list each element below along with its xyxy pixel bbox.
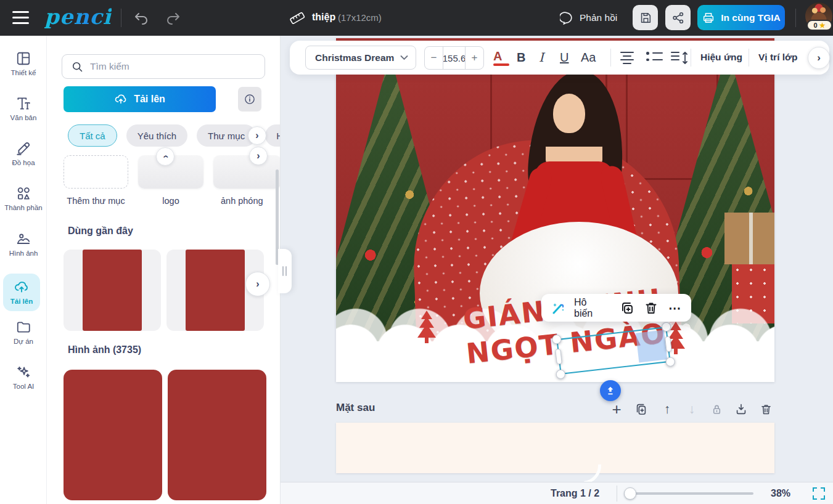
- sidebar-item-text[interactable]: Văn bản: [0, 96, 47, 121]
- resize-handle-left[interactable]: [555, 349, 562, 365]
- sidebar-item-projects[interactable]: Dự án: [0, 319, 47, 345]
- folder-label: Thêm thư mục: [64, 196, 128, 206]
- collapse-folders-button[interactable]: ›: [156, 147, 174, 166]
- save-button[interactable]: [633, 5, 658, 30]
- download-page-button[interactable]: [734, 402, 749, 417]
- layer-position-button[interactable]: Vị trí lớp: [758, 52, 798, 63]
- align-center-icon[interactable]: [620, 52, 634, 64]
- images-header: Hình ảnh (3735): [68, 344, 141, 356]
- divider: [749, 49, 749, 67]
- sidebar-item-design[interactable]: Thiết kế: [0, 51, 47, 76]
- effects-button[interactable]: Hiệu ứng: [700, 52, 742, 63]
- sidebar-item-ai-tools[interactable]: Tool AI: [0, 364, 47, 390]
- undo-icon[interactable]: [133, 10, 149, 25]
- font-family-select[interactable]: Christmas Dream: [305, 46, 416, 70]
- magic-wand-icon[interactable]: [550, 300, 566, 316]
- upload-label: Tải lên: [134, 94, 165, 105]
- credit-count: 0: [814, 22, 818, 29]
- duplicate-icon[interactable]: [619, 300, 635, 316]
- share-button[interactable]: [665, 5, 691, 30]
- zoom-level[interactable]: 38%: [771, 488, 790, 499]
- toolbar-scroll-right-button[interactable]: ›: [808, 47, 830, 69]
- move-page-down-button[interactable]: ↓: [684, 402, 699, 417]
- sidebar-item-photos[interactable]: Hình ảnh: [0, 231, 47, 257]
- add-folder-card[interactable]: [64, 155, 128, 189]
- sidebar-item-graphics[interactable]: Đồ họa: [0, 140, 47, 166]
- ruler-icon: [289, 9, 306, 26]
- decrease-font-size-button[interactable]: −: [425, 47, 443, 69]
- bullet-list-icon[interactable]: [646, 52, 663, 61]
- recent-scroll-right-button[interactable]: ›: [245, 272, 270, 296]
- print-label: In cùng TGIA: [721, 12, 780, 23]
- backside-label: Mặt sau: [336, 402, 375, 414]
- app-logo: penci: [44, 4, 112, 29]
- recent-image-thumbnail[interactable]: [186, 250, 245, 331]
- pen-icon: [15, 140, 31, 156]
- feedback-button[interactable]: Phản hồi: [560, 9, 617, 26]
- chevron-down-icon: [400, 55, 408, 60]
- move-element-handle[interactable]: [600, 380, 621, 401]
- search-input[interactable]: [90, 61, 244, 72]
- zoom-slider-knob[interactable]: [624, 487, 636, 500]
- folder-card-photos[interactable]: [213, 155, 281, 189]
- chip-favorites[interactable]: Yêu thích: [126, 124, 187, 147]
- gift-box: [724, 213, 774, 264]
- element-context-toolbar: Hô biến ⋯: [541, 294, 691, 322]
- italic-button[interactable]: I: [539, 49, 544, 66]
- magic-label[interactable]: Hô biến: [574, 297, 607, 319]
- redo-icon[interactable]: [165, 10, 181, 25]
- search-box[interactable]: [62, 54, 265, 79]
- add-page-button[interactable]: +: [609, 402, 624, 417]
- library-image-thumbnail[interactable]: [64, 370, 162, 500]
- divider: [617, 486, 617, 502]
- fullscreen-icon[interactable]: [813, 487, 825, 500]
- trash-icon[interactable]: [643, 300, 659, 316]
- chip-all[interactable]: Tất cả: [68, 124, 117, 147]
- delete-page-button[interactable]: [758, 402, 773, 417]
- move-page-up-button[interactable]: ↑: [660, 402, 675, 417]
- sidebar-item-uploads[interactable]: Tải lên: [3, 274, 40, 311]
- upload-cloud-icon: [14, 279, 30, 295]
- recent-image-card[interactable]: [64, 250, 161, 331]
- info-button[interactable]: [238, 87, 261, 112]
- lock-page-button[interactable]: [709, 402, 724, 417]
- underline-button[interactable]: U: [560, 49, 568, 66]
- panel-resize-handle[interactable]: [278, 249, 292, 293]
- page-indicator[interactable]: Trang 1 / 2: [551, 488, 599, 499]
- chip-images[interactable]: Hình: [265, 124, 281, 147]
- statusbar: Trang 1 / 2 38%: [281, 482, 833, 504]
- divider: [795, 9, 796, 27]
- font-color-button[interactable]: A: [493, 47, 509, 66]
- document-title[interactable]: thiệp: [312, 12, 335, 23]
- canvas-page-front[interactable]: GIÁNG SINH NGỌT NGÀO Hô biến ⋯: [336, 38, 774, 382]
- chevron-right-icon: ›: [255, 130, 258, 141]
- credit-badge[interactable]: 0 ★: [806, 20, 832, 31]
- increase-font-size-button[interactable]: +: [466, 47, 483, 69]
- upload-button[interactable]: Tải lên: [64, 86, 216, 112]
- resize-handle-top-left[interactable]: [552, 335, 562, 345]
- text-toolbar: Christmas Dream − 155.6 + A B I U Aa Hiệ…: [290, 41, 829, 75]
- folders-scroll-right-button[interactable]: ›: [249, 147, 268, 165]
- text-case-button[interactable]: Aa: [581, 49, 596, 66]
- line-spacing-icon[interactable]: [671, 51, 688, 65]
- feedback-label: Phản hồi: [580, 12, 617, 23]
- chip-folders[interactable]: Thư mục: [197, 124, 256, 147]
- library-image-thumbnail[interactable]: [168, 370, 266, 500]
- image-icon: [15, 231, 31, 247]
- font-size-value[interactable]: 155.6: [443, 47, 466, 69]
- recent-image-thumbnail[interactable]: [83, 250, 142, 331]
- print-button[interactable]: In cùng TGIA: [697, 5, 785, 30]
- chips-scroll-right-button[interactable]: ›: [248, 126, 266, 145]
- document-size: (17x12cm): [338, 12, 382, 23]
- folder-label: logo: [138, 196, 203, 206]
- zoom-slider[interactable]: [624, 492, 753, 495]
- bold-button[interactable]: B: [517, 49, 525, 66]
- duplicate-page-button[interactable]: [634, 402, 649, 417]
- divider: [121, 9, 121, 27]
- sidebar-item-elements[interactable]: Thành phần: [0, 185, 47, 211]
- text-icon: [15, 96, 31, 112]
- more-options-icon[interactable]: ⋯: [667, 300, 683, 316]
- folder-icon: [15, 319, 31, 335]
- canvas-page-back[interactable]: [336, 423, 774, 473]
- menu-icon[interactable]: [12, 11, 29, 24]
